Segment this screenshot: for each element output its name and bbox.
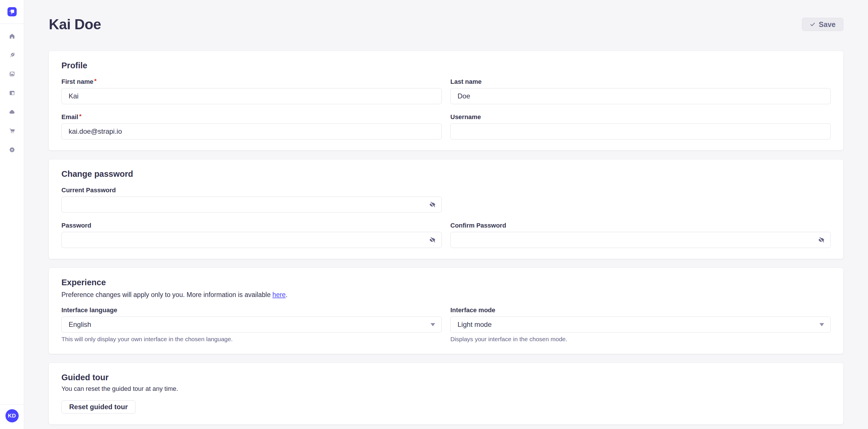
change-password-card-title: Change password	[61, 169, 831, 179]
email-label: Email*	[61, 113, 442, 121]
sidebar-item-media-library[interactable]	[6, 71, 19, 77]
home-icon	[9, 33, 15, 39]
confirm-password-label: Confirm Password	[451, 222, 831, 229]
eye-slash-icon	[429, 201, 436, 208]
email-field-group: Email*	[61, 113, 442, 139]
interface-language-hint: This will only display your own interfac…	[61, 335, 442, 343]
email-input[interactable]	[61, 123, 442, 139]
guided-tour-card: Guided tour You can reset the guided tou…	[49, 363, 843, 424]
interface-mode-label: Interface mode	[451, 306, 831, 314]
sidebar-item-settings[interactable]	[6, 146, 19, 153]
interface-language-value: English	[69, 321, 91, 329]
strapi-logo-icon	[7, 7, 17, 16]
username-label: Username	[451, 113, 831, 121]
sidebar-item-cloud[interactable]	[6, 109, 19, 115]
content-manager-icon	[9, 90, 15, 96]
sidebar-item-marketplace[interactable]	[6, 128, 19, 134]
sidebar-item-content-manager[interactable]	[6, 90, 19, 96]
profile-card: Profile First name* Last name Email	[49, 51, 843, 151]
first-name-field-group: First name*	[61, 78, 442, 104]
guided-tour-description: You can reset the guided tour at any tim…	[61, 385, 831, 393]
marketplace-cart-icon	[9, 128, 15, 134]
profile-fields-grid: First name* Last name Email*	[61, 78, 831, 139]
interface-mode-select[interactable]: Light mode	[451, 317, 831, 333]
toggle-confirm-password-visibility[interactable]	[816, 235, 826, 245]
eye-slash-icon	[429, 236, 436, 243]
sidebar-divider-bottom	[0, 404, 24, 405]
new-password-field-group: Password	[61, 222, 442, 248]
confirm-password-input[interactable]	[451, 232, 831, 248]
reset-guided-tour-button[interactable]: Reset guided tour	[61, 400, 135, 414]
user-avatar[interactable]: KD	[5, 409, 19, 422]
confirm-password-input-wrap	[451, 232, 831, 248]
avatar-initials: KD	[8, 412, 16, 419]
interface-mode-value: Light mode	[458, 321, 492, 329]
current-password-input-wrap	[61, 197, 442, 212]
last-name-label: Last name	[451, 78, 831, 86]
interface-language-select[interactable]: English	[61, 317, 442, 333]
current-password-label: Current Password	[61, 187, 442, 194]
eye-slash-icon	[817, 236, 825, 243]
more-info-link[interactable]: here	[272, 291, 286, 298]
toggle-current-password-visibility[interactable]	[427, 200, 437, 209]
content-builder-feather-icon	[9, 52, 15, 58]
confirm-password-field-group: Confirm Password	[451, 222, 831, 248]
sidebar: KD	[0, 0, 24, 429]
main-content: Kai Doe Save Profile First name* La	[24, 0, 868, 429]
grid-empty-cell	[451, 187, 831, 212]
required-asterisk: *	[79, 113, 82, 119]
last-name-input[interactable]	[451, 88, 831, 104]
settings-gear-icon	[9, 146, 15, 153]
current-password-input[interactable]	[61, 197, 442, 212]
save-button[interactable]: Save	[802, 18, 843, 31]
experience-fields-grid: Interface language English This will onl…	[61, 306, 831, 343]
new-password-input[interactable]	[61, 232, 442, 248]
cloud-icon	[9, 109, 15, 115]
password-fields-grid: Current Password	[61, 187, 831, 248]
chevron-down-icon	[819, 323, 824, 326]
required-asterisk: *	[94, 78, 96, 84]
change-password-card: Change password Current Password	[49, 160, 843, 259]
new-password-label: Password	[61, 222, 442, 229]
page-title: Kai Doe	[49, 16, 101, 33]
experience-description: Preference changes will apply only to yo…	[61, 290, 831, 299]
guided-tour-card-title: Guided tour	[61, 372, 831, 383]
cards-container: Profile First name* Last name Email	[49, 51, 843, 424]
strapi-logo[interactable]	[7, 7, 17, 16]
media-library-icon	[9, 71, 15, 77]
interface-mode-field-group: Interface mode Light mode Displays your …	[451, 306, 831, 343]
experience-card: Experience Preference changes will apply…	[49, 268, 843, 354]
sidebar-item-home[interactable]	[6, 33, 19, 39]
first-name-input[interactable]	[61, 88, 442, 104]
sidebar-divider	[0, 24, 24, 24]
toggle-new-password-visibility[interactable]	[427, 235, 437, 245]
username-input[interactable]	[451, 123, 831, 139]
experience-card-title: Experience	[61, 277, 831, 288]
current-password-field-group: Current Password	[61, 187, 442, 212]
last-name-field-group: Last name	[451, 78, 831, 104]
save-button-label: Save	[819, 21, 836, 29]
new-password-input-wrap	[61, 232, 442, 248]
interface-language-label: Interface language	[61, 306, 442, 314]
sidebar-item-content-type-builder[interactable]	[6, 52, 19, 58]
profile-card-title: Profile	[61, 60, 831, 71]
first-name-label: First name*	[61, 78, 442, 86]
sidebar-nav	[6, 33, 19, 153]
chevron-down-icon	[431, 323, 435, 326]
username-field-group: Username	[451, 113, 831, 139]
page-header: Kai Doe Save	[49, 15, 843, 33]
interface-language-field-group: Interface language English This will onl…	[61, 306, 442, 343]
checkmark-icon	[810, 22, 815, 27]
interface-mode-hint: Displays your interface in the chosen mo…	[451, 335, 831, 343]
